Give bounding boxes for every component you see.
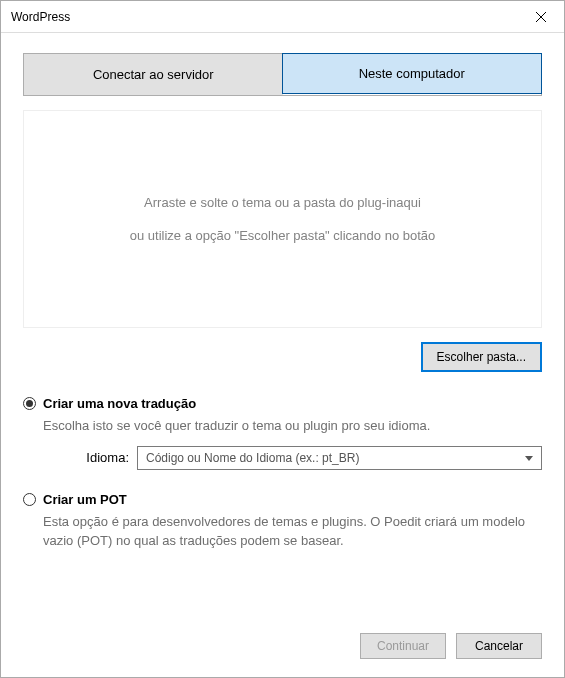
radio-label-new-translation: Criar uma nova tradução: [43, 396, 196, 411]
tab-connect-server[interactable]: Conectar ao servidor: [24, 54, 283, 95]
language-label: Idioma:: [43, 450, 129, 465]
close-icon: [536, 12, 546, 22]
dropzone-text-2: ou utilize a opção "Escolher pasta" clic…: [130, 228, 436, 243]
radio-new-translation[interactable]: [23, 397, 36, 410]
language-row: Idioma: Código ou Nome do Idioma (ex.: p…: [43, 446, 542, 470]
cancel-button[interactable]: Cancelar: [456, 633, 542, 659]
option-create-pot: Criar um POT Esta opção é para desenvolv…: [23, 492, 542, 561]
continue-button[interactable]: Continuar: [360, 633, 446, 659]
titlebar: WordPress: [1, 1, 564, 33]
radio-row-new-translation[interactable]: Criar uma nova tradução: [23, 396, 542, 411]
close-button[interactable]: [518, 1, 564, 33]
dialog-content: Conectar ao servidor Neste computador Ar…: [1, 33, 564, 677]
radio-row-create-pot[interactable]: Criar um POT: [23, 492, 542, 507]
language-select[interactable]: Código ou Nome do Idioma (ex.: pt_BR): [137, 446, 542, 470]
option-new-translation: Criar uma nova tradução Escolha isto se …: [23, 396, 542, 470]
language-placeholder: Código ou Nome do Idioma (ex.: pt_BR): [146, 451, 359, 465]
desc-new-translation: Escolha isto se você quer traduzir o tem…: [43, 417, 542, 436]
dialog-button-row: Continuar Cancelar: [23, 623, 542, 659]
radio-create-pot[interactable]: [23, 493, 36, 506]
window-title: WordPress: [11, 10, 518, 24]
tab-bar: Conectar ao servidor Neste computador: [23, 53, 542, 96]
wordpress-dialog: WordPress Conectar ao servidor Neste com…: [0, 0, 565, 678]
radio-label-create-pot: Criar um POT: [43, 492, 127, 507]
desc-create-pot: Esta opção é para desenvolvedores de tem…: [43, 513, 542, 551]
drop-zone[interactable]: Arraste e solte o tema ou a pasta do plu…: [23, 110, 542, 328]
dropzone-text-1: Arraste e solte o tema ou a pasta do plu…: [144, 195, 421, 210]
choose-folder-row: Escolher pasta...: [23, 342, 542, 372]
choose-folder-button[interactable]: Escolher pasta...: [421, 342, 542, 372]
tab-this-computer[interactable]: Neste computador: [282, 53, 543, 94]
